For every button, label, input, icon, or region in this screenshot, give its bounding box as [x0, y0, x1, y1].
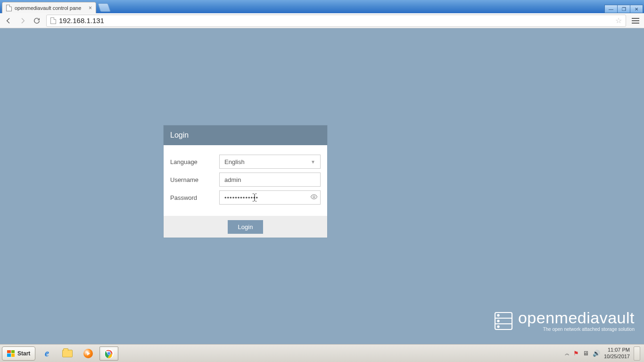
password-label: Password	[170, 194, 219, 201]
page-viewport: Login Language English ▼ Username	[0, 28, 644, 344]
windows-logo-icon	[7, 350, 15, 357]
language-select[interactable]: English ▼	[219, 155, 321, 169]
language-label: Language	[170, 158, 219, 165]
nas-icon	[494, 311, 513, 331]
eye-icon[interactable]	[310, 193, 318, 202]
tab-title: openmediavault control pane	[15, 5, 86, 11]
page-icon	[6, 5, 12, 11]
flag-icon[interactable]: ⚑	[573, 350, 579, 357]
minimize-button[interactable]: —	[604, 5, 618, 13]
back-button[interactable]	[4, 16, 13, 25]
windows-taskbar: Start e ︽ ⚑ 🖥 🔊	[0, 344, 644, 362]
start-label: Start	[17, 350, 30, 357]
brand-name: openmediavault	[518, 310, 635, 326]
system-tray: ⚑ 🖥 🔊	[573, 350, 600, 357]
tray-expand-icon[interactable]: ︽	[565, 350, 570, 357]
reload-button[interactable]	[32, 16, 41, 25]
page-icon	[50, 17, 56, 24]
svg-point-0	[313, 196, 315, 198]
folder-icon	[62, 350, 73, 357]
password-row: Password	[170, 190, 321, 205]
username-row: Username	[170, 173, 321, 187]
password-input[interactable]	[219, 190, 321, 205]
clock-date: 10/25/2017	[604, 354, 630, 360]
url-input[interactable]	[59, 16, 612, 25]
language-row: Language English ▼	[170, 155, 321, 169]
login-button[interactable]: Login	[228, 220, 264, 234]
chrome-icon	[104, 348, 114, 359]
maximize-button[interactable]: ❐	[617, 5, 630, 13]
login-header: Login	[164, 125, 327, 145]
close-window-button[interactable]: ✕	[630, 5, 643, 13]
volume-icon[interactable]: 🔊	[593, 350, 600, 357]
svg-point-4	[497, 314, 499, 316]
login-body: Language English ▼ Username Pas	[164, 145, 327, 216]
new-tab-button[interactable]	[98, 3, 111, 12]
login-footer: Login	[164, 216, 327, 238]
window-controls: — ❐ ✕	[605, 5, 643, 13]
ie-icon: e	[45, 348, 49, 359]
svg-point-6	[497, 326, 499, 327]
brand-logo: openmediavault The open network attached…	[494, 310, 635, 332]
tab-strip: openmediavault control pane ×	[2, 0, 109, 13]
taskbar-chrome[interactable]	[99, 346, 118, 361]
taskbar-clock[interactable]: 11:07 PM 10/25/2017	[604, 347, 630, 359]
browser-titlebar: openmediavault control pane × — ❐ ✕	[0, 0, 644, 13]
taskbar-explorer[interactable]	[58, 346, 77, 361]
brand-tagline: The open network attached storage soluti…	[518, 327, 635, 332]
media-player-icon	[83, 349, 93, 358]
address-bar[interactable]: ☆	[46, 15, 626, 27]
forward-button[interactable]	[18, 16, 27, 25]
chevron-down-icon: ▼	[311, 159, 315, 165]
bookmark-star-icon[interactable]: ☆	[615, 16, 622, 25]
browser-toolbar: ☆	[0, 13, 644, 28]
taskbar-media-player[interactable]	[79, 346, 98, 361]
start-button[interactable]: Start	[2, 346, 35, 361]
username-input[interactable]	[219, 173, 321, 187]
show-desktop-button[interactable]	[634, 346, 640, 361]
login-panel: Login Language English ▼ Username	[164, 125, 327, 238]
clock-time: 11:07 PM	[604, 347, 630, 353]
browser-tab[interactable]: openmediavault control pane ×	[2, 2, 96, 13]
browser-menu-button[interactable]	[631, 16, 640, 25]
desktop-window: openmediavault control pane × — ❐ ✕ ☆	[0, 0, 644, 362]
svg-point-10	[108, 352, 110, 354]
svg-point-5	[497, 320, 499, 321]
tab-close-icon[interactable]: ×	[89, 5, 92, 11]
taskbar-ie[interactable]: e	[37, 346, 56, 361]
language-value: English	[224, 158, 245, 165]
username-label: Username	[170, 176, 219, 183]
device-icon[interactable]: 🖥	[583, 350, 589, 357]
